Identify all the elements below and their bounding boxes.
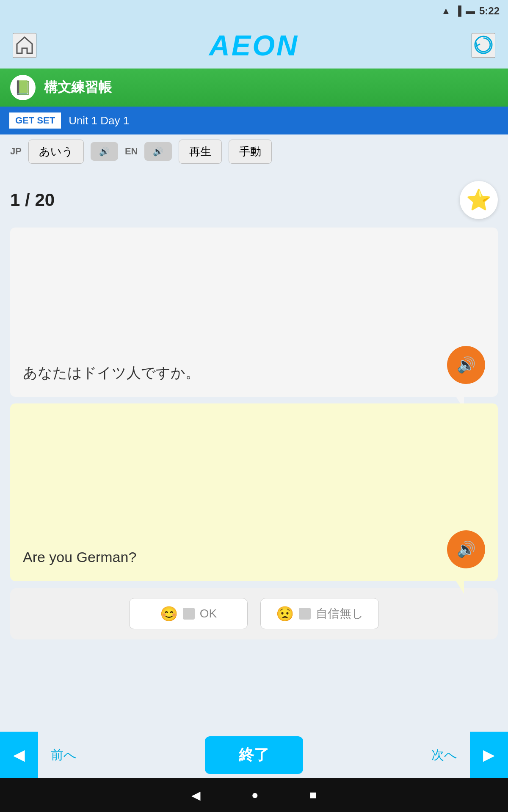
- jp-card-text: あなたはドイツ人ですか。: [23, 361, 200, 384]
- en-audio-icon: 🔊: [457, 540, 476, 558]
- top-nav: AEON: [0, 22, 508, 69]
- counter-total: 20: [35, 190, 55, 210]
- jp-audio-button[interactable]: 🔊: [447, 346, 485, 384]
- en-speaker-icon: 🔊: [153, 146, 163, 156]
- main-content: 1 / 20 ⭐ あなたはドイツ人ですか。 🔊 Are you German? …: [0, 168, 508, 732]
- jp-sound-button[interactable]: 🔊: [91, 142, 118, 161]
- en-label: EN: [125, 146, 138, 157]
- end-button[interactable]: 終了: [205, 736, 303, 774]
- en-sound-button[interactable]: 🔊: [144, 142, 172, 161]
- android-home-button[interactable]: ●: [251, 788, 259, 802]
- en-card: Are you German? 🔊: [10, 403, 498, 581]
- status-time: 5:22: [479, 5, 500, 17]
- next-text-button[interactable]: 次へ: [419, 732, 470, 778]
- no-confidence-button[interactable]: 😟 自信無し: [260, 598, 379, 629]
- smile-icon: 😊: [160, 605, 178, 622]
- frown-icon: 😟: [276, 605, 294, 622]
- status-bar: ▲ ▐ ▬ 5:22: [0, 0, 508, 22]
- prev-text-button[interactable]: 前へ: [38, 732, 89, 778]
- ok-button[interactable]: 😊 OK: [129, 598, 248, 629]
- counter-text: 1 / 20: [10, 190, 55, 210]
- play-button[interactable]: 再生: [179, 140, 222, 164]
- android-nav: ◀ ● ■: [0, 778, 508, 812]
- book-icon: 📗: [10, 75, 36, 100]
- next-arrow-button[interactable]: ▶: [470, 732, 508, 778]
- home-button[interactable]: [13, 33, 36, 58]
- star-button[interactable]: ⭐: [460, 181, 498, 219]
- jp-audio-icon: 🔊: [457, 356, 476, 374]
- blue-bar: GET SET Unit 1 Day 1: [0, 107, 508, 134]
- jp-card: あなたはドイツ人ですか。 🔊: [10, 228, 498, 397]
- counter-current: 1: [10, 190, 20, 210]
- refresh-button[interactable]: [472, 33, 495, 58]
- android-recent-button[interactable]: ■: [309, 788, 317, 802]
- jp-speaker-icon: 🔊: [99, 146, 110, 156]
- bottom-nav: ◀ 前へ 終了 次へ ▶: [0, 732, 508, 778]
- controls-bar: JP あいう 🔊 EN 🔊 再生 手動: [0, 134, 508, 168]
- prev-side: ◀ 前へ: [0, 732, 89, 778]
- answer-area: 😊 OK 😟 自信無し: [10, 588, 498, 639]
- get-set-badge: GET SET: [8, 112, 62, 129]
- jp-text-button[interactable]: あいう: [28, 140, 84, 164]
- prev-arrow-button[interactable]: ◀: [0, 732, 38, 778]
- ok-label: OK: [200, 607, 217, 620]
- signal-icon: ▐: [455, 5, 461, 16]
- manual-button[interactable]: 手動: [229, 140, 272, 164]
- battery-icon: ▬: [466, 5, 475, 16]
- android-back-button[interactable]: ◀: [191, 788, 201, 802]
- blue-bar-subtitle: Unit 1 Day 1: [69, 114, 129, 127]
- jp-label: JP: [10, 146, 22, 157]
- green-header-title: 構文練習帳: [44, 78, 112, 97]
- counter-separator: /: [20, 190, 35, 210]
- en-audio-button[interactable]: 🔊: [447, 530, 485, 568]
- next-side: 次へ ▶: [419, 732, 508, 778]
- counter-row: 1 / 20 ⭐: [10, 181, 498, 219]
- aeon-logo: AEON: [209, 29, 299, 62]
- no-confidence-label: 自信無し: [316, 606, 364, 622]
- en-card-text: Are you German?: [23, 546, 136, 568]
- nc-square: [299, 608, 311, 620]
- wifi-icon: ▲: [442, 5, 451, 16]
- ok-square: [183, 608, 195, 620]
- green-header: 📗 構文練習帳: [0, 69, 508, 107]
- status-icons: ▲ ▐ ▬ 5:22: [442, 5, 500, 17]
